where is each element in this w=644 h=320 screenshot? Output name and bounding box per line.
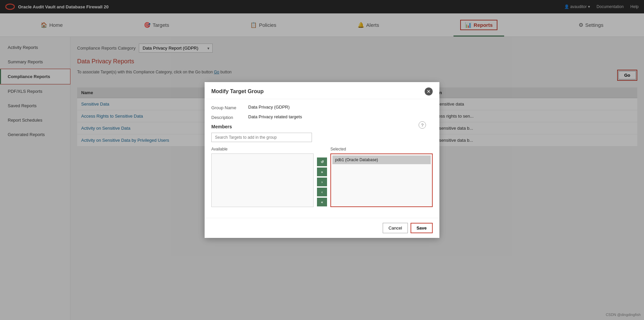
cancel-button[interactable]: Cancel <box>383 223 408 233</box>
remove-all-button[interactable]: « <box>317 198 327 206</box>
selected-item[interactable]: pdb1 (Oracle Database) <box>332 155 431 164</box>
group-name-label: Group Name <box>211 105 245 110</box>
available-col: Available <box>211 147 314 207</box>
modal-body: ? Group Name Data Privacy (GDPR) Descrip… <box>205 99 439 218</box>
available-list <box>211 153 314 207</box>
group-name-value: Data Privacy (GDPR) <box>248 105 290 110</box>
save-button[interactable]: Save <box>411 223 433 233</box>
selected-list: pdb1 (Oracle Database) <box>330 153 433 207</box>
modal-header: Modify Target Group ✕ <box>205 82 439 99</box>
modal-title: Modify Target Group <box>211 88 264 94</box>
members-title: Members <box>211 124 433 129</box>
search-targets-input[interactable] <box>211 133 312 142</box>
add-all-button[interactable]: » <box>317 168 327 176</box>
selected-col: Selected pdb1 (Oracle Database) <box>330 147 433 207</box>
modal-overlay: Modify Target Group ✕ ? Group Name Data … <box>0 0 644 320</box>
add-button[interactable]: › <box>317 178 327 186</box>
help-icon[interactable]: ? <box>419 121 426 129</box>
description-label: Description <box>211 114 245 120</box>
description-value: Data Privacy related targets <box>248 114 302 120</box>
remove-button[interactable]: ‹ <box>317 188 327 196</box>
modify-target-group-modal: Modify Target Group ✕ ? Group Name Data … <box>205 82 439 238</box>
refresh-transfer-button[interactable]: ↺ <box>317 157 327 166</box>
modal-footer: Cancel Save <box>205 218 439 238</box>
members-row: Available ↺ » › ‹ « Selected pdb1 (Oracl… <box>211 147 433 207</box>
selected-label: Selected <box>330 147 433 151</box>
available-label: Available <box>211 147 314 151</box>
transfer-buttons: ↺ » › ‹ « <box>317 147 327 207</box>
description-field: Description Data Privacy related targets <box>211 114 433 120</box>
modal-close-button[interactable]: ✕ <box>425 87 433 95</box>
group-name-field: Group Name Data Privacy (GDPR) <box>211 105 433 110</box>
